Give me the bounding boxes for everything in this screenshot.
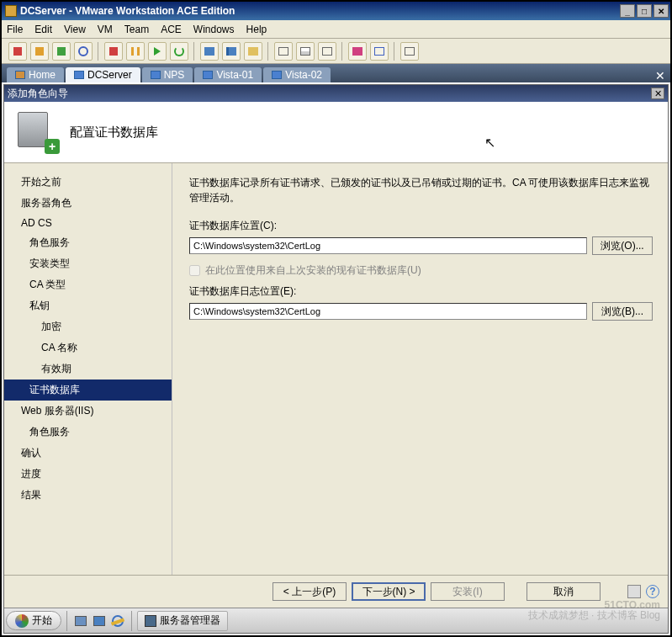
toolbar-thumbnails-icon[interactable]	[296, 42, 315, 61]
tabs-close-button[interactable]: ✕	[655, 69, 665, 82]
wizard-header-icon: +	[18, 112, 58, 152]
print-icon[interactable]	[627, 585, 641, 598]
toolbar-play-icon[interactable]	[148, 42, 167, 61]
tab-home-label: Home	[29, 69, 56, 81]
toolbar-pause-icon[interactable]	[126, 42, 145, 61]
toolbar-reset-icon[interactable]	[74, 42, 93, 61]
menu-help[interactable]: Help	[246, 24, 267, 35]
tab-nps[interactable]: NPS	[142, 67, 193, 82]
quicklaunch-desktop-icon[interactable]	[72, 613, 89, 629]
tab-vista01-label: Vista-01	[216, 69, 253, 81]
nav-private-key[interactable]: 私钥	[4, 295, 172, 316]
server-manager-label: 服务器管理器	[160, 613, 220, 628]
windows-orb-icon	[15, 614, 29, 628]
vmware-close-button[interactable]: ✕	[653, 4, 669, 18]
nav-server-roles[interactable]: 服务器角色	[4, 193, 172, 214]
nav-progress[interactable]: 进度	[4, 464, 172, 485]
nav-ca-name[interactable]: CA 名称	[4, 337, 172, 358]
start-label: 开始	[32, 613, 52, 628]
toolbar-suspend-icon[interactable]	[30, 42, 49, 61]
menu-windows[interactable]: Windows	[193, 24, 235, 35]
plus-icon: +	[45, 139, 60, 154]
next-button[interactable]: 下一步(N) >	[352, 582, 426, 601]
toolbar-capture-icon[interactable]	[370, 42, 389, 61]
toolbar-revert-icon[interactable]	[222, 42, 241, 61]
nav-before[interactable]: 开始之前	[4, 172, 172, 193]
nav-validity[interactable]: 有效期	[4, 358, 172, 380]
browse-b-button[interactable]: 浏览(B)...	[592, 302, 653, 321]
cancel-button[interactable]: 取消	[526, 582, 601, 601]
nav-iis-role-services[interactable]: 角色服务	[4, 422, 172, 443]
toolbar-sidebar-icon[interactable]	[274, 42, 293, 61]
wizard-content: 证书数据库记录所有证书请求、已颁发的证书以及已吊销或过期的证书。CA 可使用该数…	[172, 163, 668, 575]
toolbar-restart-icon[interactable]	[170, 42, 188, 61]
prev-button[interactable]: < 上一步(P)	[273, 582, 347, 601]
vmware-app-icon	[5, 5, 17, 17]
toolbar-unity-icon[interactable]	[348, 42, 367, 61]
reuse-checkbox	[189, 265, 200, 276]
vmware-title-text: DCServer - VMware Workstation ACE Editio…	[20, 5, 235, 17]
quicklaunch-explorer-icon[interactable]	[91, 613, 108, 629]
wizard-header-title: 配置证书数据库	[70, 125, 158, 141]
vmware-minimize-button[interactable]: _	[620, 4, 635, 18]
vm-icon	[151, 71, 161, 79]
nav-encryption[interactable]: 加密	[4, 316, 172, 337]
tab-dcserver-label: DCServer	[87, 69, 132, 81]
help-icon[interactable]: ?	[646, 585, 659, 598]
toolbar-summary-icon[interactable]	[400, 42, 419, 61]
tab-nps-label: NPS	[164, 69, 185, 81]
guest-area: 添加角色向导 ✕ + 配置证书数据库 开始之前 服务器角色 AD CS 角色服务…	[3, 84, 669, 634]
menu-view[interactable]: View	[64, 24, 86, 35]
nav-cert-db[interactable]: 证书数据库	[4, 380, 172, 401]
log-location-input[interactable]	[189, 303, 587, 320]
nav-iis[interactable]: Web 服务器(IIS)	[4, 401, 172, 422]
taskbar-server-manager[interactable]: 服务器管理器	[137, 611, 228, 631]
log-location-label: 证书数据库日志位置(E):	[189, 284, 653, 299]
vmware-tabs: Home DCServer NPS Vista-01 Vista-02 ✕	[2, 64, 670, 82]
toolbar-power-off-icon[interactable]	[8, 42, 27, 61]
wizard-title: 添加角色向导	[8, 87, 68, 101]
reuse-label: 在此位置使用来自上次安装的现有证书数据库(U)	[205, 263, 421, 278]
wizard-close-button[interactable]: ✕	[651, 88, 664, 99]
tab-home[interactable]: Home	[7, 67, 64, 82]
nav-adcs[interactable]: AD CS	[4, 214, 172, 232]
vmware-menu-bar: File Edit View VM Team ACE Windows Help	[2, 20, 670, 39]
home-icon	[15, 71, 25, 79]
quicklaunch-ie-icon[interactable]	[109, 613, 126, 629]
toolbar-stop-icon[interactable]	[104, 42, 123, 61]
tab-vista02-label: Vista-02	[285, 69, 322, 81]
tab-vista01[interactable]: Vista-01	[194, 67, 262, 82]
menu-vm[interactable]: VM	[98, 24, 113, 35]
menu-edit[interactable]: Edit	[34, 24, 52, 35]
nav-setup-type[interactable]: 安装类型	[4, 253, 172, 274]
browse-d-button[interactable]: 浏览(O)...	[592, 236, 653, 255]
install-button: 安装(I)	[431, 582, 505, 601]
menu-ace[interactable]: ACE	[161, 24, 182, 35]
db-location-input[interactable]	[189, 237, 587, 254]
nav-confirm[interactable]: 确认	[4, 443, 172, 464]
tab-dcserver[interactable]: DCServer	[66, 67, 140, 82]
vmware-maximize-button[interactable]: □	[637, 4, 652, 18]
start-button[interactable]: 开始	[6, 611, 61, 630]
toolbar-power-on-icon[interactable]	[52, 42, 71, 61]
db-location-label: 证书数据库位置(C):	[189, 219, 653, 233]
nav-ca-type[interactable]: CA 类型	[4, 274, 172, 295]
wizard-titlebar: 添加角色向导 ✕	[4, 85, 668, 102]
server-manager-icon	[145, 615, 156, 627]
toolbar-snapshot-icon[interactable]	[200, 42, 219, 61]
watermark: 51CTO.com 技术成就梦想 · 技术博客 Blog	[528, 600, 660, 620]
vmware-titlebar: DCServer - VMware Workstation ACE Editio…	[2, 2, 670, 20]
tab-vista02[interactable]: Vista-02	[263, 67, 331, 82]
wizard-header: + 配置证书数据库	[4, 102, 668, 163]
wizard-body: 开始之前 服务器角色 AD CS 角色服务 安装类型 CA 类型 私钥 加密 C…	[4, 163, 668, 575]
vmware-toolbar	[2, 39, 670, 64]
nav-results[interactable]: 结果	[4, 485, 172, 506]
vm-icon	[74, 71, 84, 79]
menu-team[interactable]: Team	[124, 24, 149, 35]
nav-role-services[interactable]: 角色服务	[4, 232, 172, 253]
toolbar-fullscreen-icon[interactable]	[318, 42, 336, 61]
menu-file[interactable]: File	[7, 24, 23, 35]
vm-icon	[203, 71, 213, 79]
wizard-nav: 开始之前 服务器角色 AD CS 角色服务 安装类型 CA 类型 私钥 加密 C…	[4, 163, 172, 575]
toolbar-manage-icon[interactable]	[244, 42, 262, 61]
